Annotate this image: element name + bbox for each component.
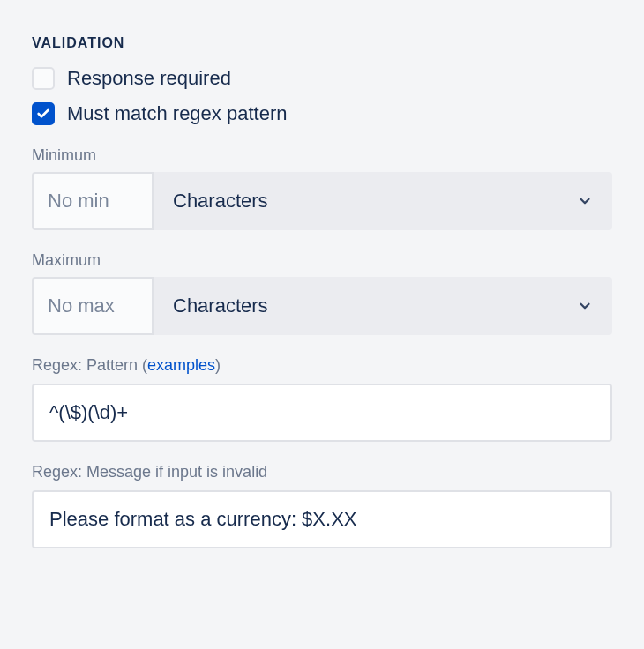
response-required-checkbox[interactable] xyxy=(32,67,55,90)
regex-message-label: Regex: Message if input is invalid xyxy=(32,463,612,481)
maximum-unit-text: Characters xyxy=(173,295,268,317)
chevron-down-icon xyxy=(577,298,593,314)
validation-section: VALIDATION Response required Must match … xyxy=(32,35,612,548)
maximum-input[interactable] xyxy=(32,277,154,335)
must-match-regex-checkbox[interactable] xyxy=(32,102,55,125)
maximum-row: Characters xyxy=(32,277,612,335)
check-icon xyxy=(36,107,50,121)
minimum-unit-text: Characters xyxy=(173,190,268,213)
maximum-label: Maximum xyxy=(32,251,612,270)
chevron-down-icon xyxy=(577,193,593,209)
must-match-regex-label: Must match regex pattern xyxy=(67,102,287,125)
minimum-unit-select[interactable]: Characters xyxy=(154,172,612,230)
regex-pattern-label-prefix: Regex: Pattern ( xyxy=(32,356,147,374)
checkbox-row-response-required: Response required xyxy=(32,67,612,90)
checkbox-row-must-match-regex: Must match regex pattern xyxy=(32,102,612,125)
regex-examples-link[interactable]: examples xyxy=(147,356,215,374)
minimum-label: Minimum xyxy=(32,146,612,165)
minimum-row: Characters xyxy=(32,172,612,230)
regex-pattern-input[interactable] xyxy=(32,384,612,442)
minimum-input[interactable] xyxy=(32,172,154,230)
maximum-unit-select[interactable]: Characters xyxy=(154,277,612,335)
response-required-label: Response required xyxy=(67,67,231,90)
regex-pattern-label: Regex: Pattern (examples) xyxy=(32,356,612,375)
regex-pattern-label-suffix: ) xyxy=(215,356,221,374)
section-title: VALIDATION xyxy=(32,35,612,51)
regex-message-input[interactable] xyxy=(32,490,612,548)
